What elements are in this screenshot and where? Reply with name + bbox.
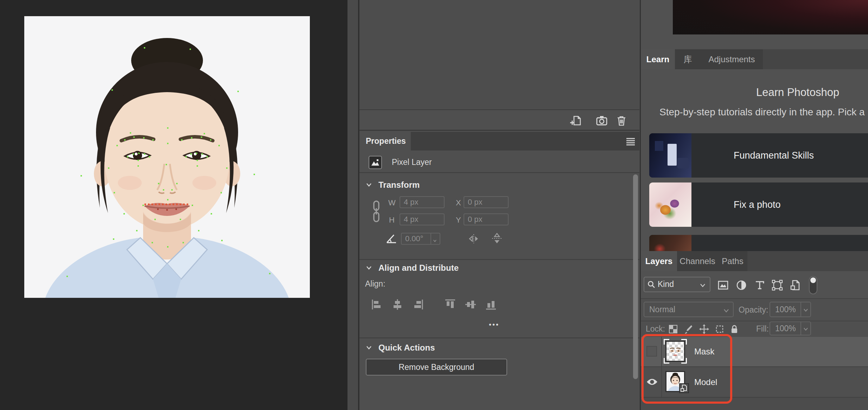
filter-toggle-switch[interactable] <box>809 276 817 294</box>
history-states-area[interactable] <box>359 0 639 110</box>
align-section-header[interactable]: Align and Distribute <box>378 263 459 273</box>
align-horizontal-center-icon[interactable] <box>392 299 403 310</box>
angle-field[interactable]: 0.00° <box>401 233 440 245</box>
link-dimensions-icon[interactable] <box>372 200 381 223</box>
selection-corner <box>664 339 669 345</box>
align-more-options[interactable]: ••• <box>489 321 499 329</box>
layer-name[interactable]: Model <box>694 372 717 393</box>
align-label: Align: <box>365 279 385 289</box>
layer-type-label: Pixel Layer <box>392 158 432 167</box>
align-top-icon[interactable] <box>445 299 456 310</box>
learn-card-fix-a-photo[interactable]: Fix a photo <box>649 182 868 227</box>
model-layer-thumbnail[interactable] <box>665 371 685 392</box>
filter-pixel-layers-icon[interactable] <box>717 280 729 291</box>
properties-scrollbar[interactable] <box>633 174 638 379</box>
delete-trash-icon[interactable] <box>615 115 627 127</box>
kind-filter-select[interactable]: Kind <box>644 277 710 292</box>
layers-empty-area[interactable] <box>641 398 868 410</box>
learn-cards: Fundamental Skills Fix a photo Make crea… <box>641 0 868 251</box>
portrait-photo <box>24 16 310 298</box>
layers-tabbar: Layers Channels Paths <box>641 251 868 271</box>
filter-shape-layers-icon[interactable] <box>772 280 783 291</box>
chevron-down-icon[interactable] <box>365 181 373 188</box>
w-label: W <box>388 198 396 207</box>
align-left-icon[interactable] <box>371 299 383 310</box>
tab-channels[interactable]: Channels <box>677 251 718 271</box>
mask-layer-thumbnail[interactable] <box>665 341 685 362</box>
flip-vertical-icon[interactable] <box>491 232 503 245</box>
filter-adjustment-layers-icon[interactable] <box>736 280 747 291</box>
y-field[interactable]: 0 px <box>464 213 509 225</box>
angle-value: 0.00° <box>405 234 423 243</box>
learn-card-make-creative-effects[interactable]: Make creative effects <box>649 235 868 251</box>
tutorial-title: Fundamental Skills <box>734 133 814 178</box>
divider <box>359 338 639 338</box>
opacity-field[interactable]: 100% <box>770 302 811 317</box>
remove-background-button[interactable]: Remove Background <box>366 359 507 376</box>
tab-properties[interactable]: Properties <box>359 132 411 150</box>
transform-section-header[interactable]: Transform <box>378 180 420 190</box>
selection-corner <box>681 358 687 364</box>
lock-all-icon[interactable] <box>729 324 739 334</box>
lock-row: Lock: Fill: 100% <box>641 321 868 337</box>
opacity-value: 100% <box>775 305 796 314</box>
blend-mode-value: Normal <box>649 305 675 314</box>
blend-row: Normal Opacity: 100% <box>641 299 868 321</box>
width-field[interactable]: 4 px <box>400 196 445 208</box>
history-toolbar <box>359 111 639 131</box>
layer-row-model[interactable]: Model <box>641 367 868 397</box>
fill-label: Fill: <box>756 324 769 334</box>
lock-image-pixels-icon[interactable] <box>684 324 694 334</box>
chevron-down-icon <box>723 307 729 314</box>
blend-mode-select[interactable]: Normal <box>644 302 734 317</box>
layer-name[interactable]: Mask <box>694 341 714 362</box>
h-label: H <box>389 216 395 225</box>
fill-value: 100% <box>775 324 796 333</box>
lock-label: Lock: <box>646 324 665 334</box>
chevron-down-icon <box>699 282 706 289</box>
chevron-down-icon[interactable] <box>365 344 373 351</box>
chevron-down-icon[interactable] <box>365 264 373 271</box>
fill-field[interactable]: 100% <box>770 321 811 335</box>
search-icon <box>647 280 656 289</box>
smart-object-badge <box>679 383 689 393</box>
x-field[interactable]: 0 px <box>464 196 509 208</box>
align-right-icon[interactable] <box>412 299 423 310</box>
new-document-from-state-icon[interactable] <box>570 115 582 127</box>
tab-layers[interactable]: Layers <box>641 251 677 271</box>
height-field[interactable]: 4 px <box>400 213 445 225</box>
divider <box>661 337 662 366</box>
filter-type-layers-icon[interactable] <box>754 280 765 291</box>
align-vertical-center-icon[interactable] <box>465 299 476 310</box>
lock-transparent-pixels-icon[interactable] <box>668 324 678 334</box>
tutorial-thumbnail <box>649 235 691 251</box>
pixel-layer-icon <box>369 156 382 169</box>
panel-menu-icon[interactable] <box>625 136 636 147</box>
snapshot-camera-icon[interactable] <box>596 115 608 127</box>
document-image[interactable] <box>24 16 310 298</box>
layer-row-mask[interactable]: Mask <box>641 337 868 366</box>
divider <box>661 367 662 397</box>
selection-corner <box>681 339 687 345</box>
tutorial-title: Make creative effects <box>734 235 823 251</box>
panel-gutter <box>347 0 359 410</box>
learn-card-fundamental-skills[interactable]: Fundamental Skills <box>649 133 868 178</box>
tab-paths[interactable]: Paths <box>718 251 747 271</box>
middle-panel: Properties Pixel Layer Transform W 4 px … <box>359 0 641 410</box>
filter-smart-objects-icon[interactable] <box>790 280 801 291</box>
opacity-dropdown[interactable] <box>800 302 810 316</box>
visibility-toggle-empty[interactable] <box>646 346 657 357</box>
selection-corner <box>664 358 669 364</box>
align-bottom-icon[interactable] <box>485 299 497 310</box>
flip-horizontal-icon[interactable] <box>468 233 480 244</box>
lock-artboard-icon[interactable] <box>715 324 725 334</box>
divider <box>359 259 639 260</box>
quick-actions-header[interactable]: Quick Actions <box>378 343 435 353</box>
angle-dropdown[interactable] <box>430 233 440 244</box>
eye-visibility-icon[interactable] <box>646 378 658 386</box>
canvas-area[interactable] <box>0 0 347 410</box>
fill-dropdown[interactable] <box>800 322 810 335</box>
rotate-angle-icon <box>386 233 397 244</box>
kind-filter-value: Kind <box>658 280 674 289</box>
lock-position-icon[interactable] <box>699 324 709 334</box>
